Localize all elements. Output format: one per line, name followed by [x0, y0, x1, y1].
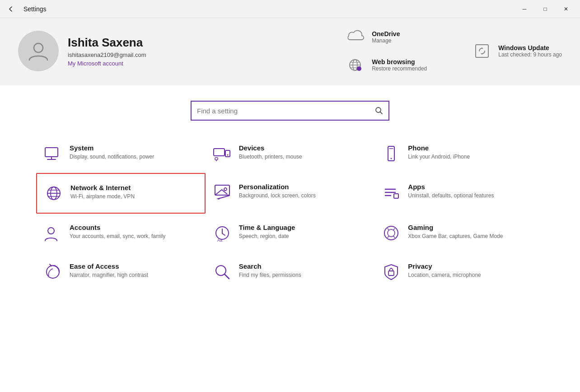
settings-grid: System Display, sound, notifications, po… — [0, 134, 580, 291]
svg-point-6 — [357, 66, 361, 71]
ease-desc: Narrator, magnifier, high contrast — [70, 271, 148, 279]
setting-item-phone[interactable]: Phone Link your Android, iPhone — [374, 134, 544, 173]
search-input[interactable] — [197, 107, 375, 115]
svg-rect-14 — [225, 150, 230, 157]
ease-title: Ease of Access — [70, 262, 148, 270]
svg-rect-7 — [476, 45, 488, 57]
apps-title: Apps — [408, 183, 494, 191]
system-desc: Display, sound, notifications, power — [70, 153, 154, 161]
maximize-button[interactable]: □ — [535, 2, 556, 16]
web-browsing-action[interactable]: Web browsing Restore recommended — [346, 55, 427, 75]
svg-line-9 — [380, 112, 383, 114]
web-browsing-subtitle: Restore recommended — [372, 65, 427, 72]
windows-update-title: Windows Update — [498, 44, 562, 51]
personalization-text: Personalization Background, lock screen,… — [239, 183, 316, 200]
onedrive-icon — [346, 27, 365, 47]
accounts-icon — [43, 224, 62, 243]
back-button[interactable] — [4, 2, 18, 16]
header: Ishita Saxena ishitasaxena2109@gmail.com… — [0, 18, 580, 84]
svg-point-19 — [391, 158, 392, 159]
gaming-title: Gaming — [408, 224, 503, 231]
time-text: Time & Language Speech, region, date — [239, 224, 295, 240]
network-title: Network & Internet — [70, 184, 135, 191]
search-title: Search — [239, 262, 301, 270]
network-desc: Wi-Fi, airplane mode, VPN — [70, 193, 135, 201]
ease-icon — [43, 262, 62, 281]
accounts-title: Accounts — [70, 224, 165, 231]
setting-item-search[interactable]: Search Find my files, permissions — [206, 252, 375, 291]
privacy-icon — [382, 262, 401, 281]
setting-item-network[interactable]: Network & Internet Wi-Fi, airplane mode,… — [36, 173, 206, 214]
close-button[interactable]: ✕ — [556, 2, 576, 16]
window-controls: ─ □ ✕ — [514, 2, 576, 16]
svg-line-41 — [225, 274, 229, 279]
profile-name: Ishita Saxena — [68, 36, 146, 50]
setting-item-system[interactable]: System Display, sound, notifications, po… — [36, 134, 206, 173]
avatar — [18, 31, 59, 71]
gaming-text: Gaming Xbox Game Bar, captures, Game Mod… — [408, 224, 503, 240]
profile-info: Ishita Saxena ishitasaxena2109@gmail.com… — [68, 36, 146, 67]
search-text: Search Find my files, permissions — [239, 262, 301, 279]
personalization-title: Personalization — [239, 183, 316, 191]
window-title: Settings — [23, 5, 47, 13]
setting-item-devices[interactable]: Devices Bluetooth, printers, mouse — [206, 134, 375, 173]
search-icon — [213, 262, 232, 281]
profile-email: ishitasaxena2109@gmail.com — [68, 51, 146, 58]
setting-item-time[interactable]: Aa Time & Language Speech, region, date — [206, 214, 375, 252]
windows-update-section[interactable]: Windows Update Last checked: 9 hours ago — [472, 41, 562, 61]
onedrive-text: OneDrive Manage — [372, 30, 400, 44]
onedrive-title: OneDrive — [372, 30, 400, 37]
header-actions: OneDrive Manage Web browsing Restore rec… — [346, 27, 427, 75]
time-icon: Aa — [213, 224, 232, 243]
search-icon — [375, 107, 383, 115]
svg-rect-32 — [394, 194, 398, 198]
devices-icon — [213, 144, 232, 163]
svg-line-28 — [218, 196, 229, 199]
svg-rect-10 — [45, 148, 58, 157]
apps-desc: Uninstall, defaults, optional features — [408, 192, 494, 200]
title-bar-left: Settings — [4, 2, 47, 16]
web-browsing-text: Web browsing Restore recommended — [372, 58, 427, 72]
personalization-desc: Background, lock screen, colors — [239, 192, 316, 200]
phone-icon — [382, 144, 401, 163]
svg-rect-15 — [215, 158, 218, 160]
web-browsing-title: Web browsing — [372, 58, 427, 65]
setting-item-accounts[interactable]: Accounts Your accounts, email, sync, wor… — [36, 214, 206, 252]
windows-update-icon — [472, 41, 492, 61]
accounts-desc: Your accounts, email, sync, work, family — [70, 233, 165, 240]
gaming-desc: Xbox Game Bar, captures, Game Mode — [408, 233, 503, 240]
ease-text: Ease of Access Narrator, magnifier, high… — [70, 262, 148, 279]
svg-point-33 — [48, 228, 54, 234]
phone-desc: Link your Android, iPhone — [408, 153, 470, 161]
setting-item-apps[interactable]: Apps Uninstall, defaults, optional featu… — [374, 173, 544, 214]
onedrive-action[interactable]: OneDrive Manage — [346, 27, 427, 47]
apps-text: Apps Uninstall, defaults, optional featu… — [408, 183, 494, 200]
windows-update-subtitle: Last checked: 9 hours ago — [498, 51, 562, 58]
minimize-button[interactable]: ─ — [514, 2, 535, 16]
time-desc: Speech, region, date — [239, 233, 295, 240]
gaming-icon — [382, 224, 401, 243]
setting-item-ease[interactable]: Ease of Access Narrator, magnifier, high… — [36, 252, 206, 291]
search-container — [0, 84, 580, 134]
svg-point-37 — [388, 229, 395, 237]
devices-text: Devices Bluetooth, printers, mouse — [239, 144, 302, 161]
profile-section: Ishita Saxena ishitasaxena2109@gmail.com… — [18, 31, 327, 71]
onedrive-subtitle: Manage — [372, 37, 400, 44]
svg-point-27 — [224, 188, 227, 191]
svg-rect-13 — [214, 149, 225, 156]
setting-item-privacy[interactable]: Privacy Location, camera, microphone — [374, 252, 544, 291]
setting-item-gaming[interactable]: Gaming Xbox Game Bar, captures, Game Mod… — [374, 214, 544, 252]
search-box[interactable] — [191, 101, 389, 121]
devices-title: Devices — [239, 144, 302, 152]
privacy-desc: Location, camera, microphone — [408, 271, 481, 279]
microsoft-account-link[interactable]: My Microsoft account — [68, 60, 146, 67]
phone-text: Phone Link your Android, iPhone — [408, 144, 470, 161]
svg-text:Aa: Aa — [217, 238, 222, 243]
system-text: System Display, sound, notifications, po… — [70, 144, 154, 161]
devices-desc: Bluetooth, printers, mouse — [239, 153, 302, 161]
svg-point-0 — [34, 43, 43, 52]
network-text: Network & Internet Wi-Fi, airplane mode,… — [70, 184, 135, 201]
setting-item-personalization[interactable]: Personalization Background, lock screen,… — [206, 173, 375, 214]
personalization-icon — [213, 183, 232, 202]
system-icon — [43, 144, 62, 163]
